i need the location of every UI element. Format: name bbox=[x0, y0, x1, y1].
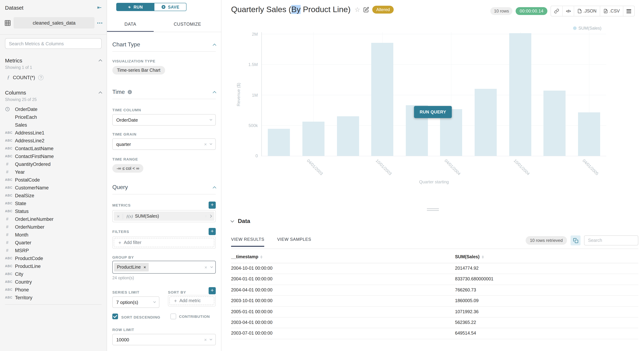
export-csv-button[interactable]: .CSV bbox=[600, 6, 623, 16]
column-item-postalcode[interactable]: ABCPostalCode bbox=[5, 176, 102, 184]
visualization-type-value[interactable]: Time-series Bar Chart bbox=[112, 66, 165, 74]
tab-customize[interactable]: CUSTOMIZE bbox=[154, 19, 221, 32]
chart-menu-button[interactable] bbox=[623, 6, 634, 16]
column-item-customername[interactable]: ABCCustomerName bbox=[5, 184, 102, 192]
dataset-more-menu[interactable]: ••• bbox=[97, 21, 103, 25]
table-row[interactable]: 2004-01-01 00:00:00833730.680000001 bbox=[231, 274, 638, 285]
series-limit-select[interactable]: 7 option(s) bbox=[112, 296, 160, 308]
add-sort-metric-button[interactable]: + bbox=[208, 287, 216, 294]
column-item-country[interactable]: ABCCountry bbox=[5, 278, 102, 286]
add-metric-button[interactable]: + bbox=[208, 202, 216, 209]
time-column-select[interactable]: OrderDate bbox=[112, 114, 216, 126]
collapse-sidebar-icon[interactable]: ⇤ bbox=[97, 4, 102, 11]
column-item-msrp[interactable]: #MSRP bbox=[5, 246, 102, 254]
column-item-orderdate[interactable]: OrderDate bbox=[5, 105, 102, 113]
time-grain-select[interactable]: quarter × bbox=[112, 138, 216, 150]
metric-item[interactable]: ƒ COUNT(*) ? bbox=[7, 74, 102, 80]
column-item-dealsize[interactable]: ABCDealSize bbox=[5, 192, 102, 200]
column-item-city[interactable]: ABCCity bbox=[5, 270, 102, 278]
table-row[interactable]: 2004-04-01 00:00:00766260.73 bbox=[231, 285, 638, 296]
clear-icon[interactable]: × bbox=[204, 337, 207, 342]
tab-view-samples[interactable]: VIEW SAMPLES bbox=[277, 237, 311, 247]
column-item-phone[interactable]: ABCPhone bbox=[5, 286, 102, 294]
chevron-up-icon[interactable] bbox=[213, 186, 216, 190]
add-filter-dropzone[interactable]: + Add filter bbox=[114, 238, 214, 247]
row-limit-select[interactable]: 10000 × bbox=[112, 334, 216, 345]
remove-metric-icon[interactable]: × bbox=[114, 214, 123, 219]
column-item-priceeach[interactable]: PriceEach bbox=[5, 113, 102, 121]
bar-2004-10-01[interactable] bbox=[509, 33, 531, 156]
copy-link-button[interactable] bbox=[551, 6, 563, 16]
column-item-territory[interactable]: ABCTerritory bbox=[5, 294, 102, 302]
table-row[interactable]: 2003-10-01 00:00:001860005.09 bbox=[231, 296, 638, 306]
add-filter-button[interactable]: + bbox=[208, 228, 216, 235]
column-item-productline[interactable]: ABCProductLine bbox=[5, 262, 102, 270]
add-sort-metric-dropzone[interactable]: + Add metric bbox=[170, 296, 214, 305]
time-range-value[interactable]: -∞ ≤ col < ∞ bbox=[112, 164, 144, 173]
checkbox-unchecked-icon[interactable] bbox=[170, 314, 176, 319]
table-row[interactable]: 2005-01-01 00:00:001071992.36 bbox=[231, 306, 638, 318]
group-by-select[interactable]: ProductLine × × bbox=[112, 261, 216, 274]
column-item-orderlinenumber[interactable]: #OrderLineNumber bbox=[5, 215, 102, 223]
clear-icon[interactable]: × bbox=[204, 265, 207, 270]
metric-pill[interactable]: × ƒ(x) SUM(Sales) bbox=[114, 212, 214, 221]
edit-title-icon[interactable] bbox=[364, 7, 369, 12]
table-row[interactable]: 2004-10-01 00:00:002014774.92 bbox=[231, 263, 638, 274]
column-item-ordernumber[interactable]: #OrderNumber bbox=[5, 223, 102, 231]
chevron-right-icon[interactable] bbox=[206, 215, 214, 217]
column-item-sales[interactable]: Sales bbox=[5, 121, 102, 129]
contribution-checkbox[interactable]: CONTRIBUTION bbox=[170, 314, 216, 320]
column-item-state[interactable]: ABCState bbox=[5, 200, 102, 207]
sort-descending-checkbox[interactable]: SORT DESCENDING bbox=[112, 314, 170, 320]
tab-view-results[interactable]: VIEW RESULTS bbox=[231, 237, 264, 247]
column-item-contactfirstname[interactable]: ABCContactFirstName bbox=[5, 152, 102, 160]
bar-2003-07-01[interactable] bbox=[337, 116, 359, 156]
chevron-up-icon[interactable] bbox=[213, 91, 216, 94]
copy-data-button[interactable] bbox=[570, 236, 580, 246]
run-button[interactable]: RUN bbox=[116, 3, 154, 11]
sort-icon[interactable] bbox=[260, 255, 263, 258]
chevron-up-icon[interactable] bbox=[98, 60, 102, 63]
column-header-timestamp[interactable]: __timestamp bbox=[231, 254, 263, 259]
column-item-addressline1[interactable]: ABCAddressLine1 bbox=[5, 129, 102, 136]
table-row[interactable]: 2003-07-01 00:00:00649514.54 bbox=[231, 328, 638, 339]
bar-2003-04-01[interactable] bbox=[302, 122, 324, 156]
bar-2003-01-01[interactable] bbox=[268, 129, 290, 156]
column-item-contactlastname[interactable]: ABCContactLastName bbox=[5, 144, 102, 152]
embed-code-button[interactable]: </> bbox=[563, 6, 574, 16]
panel-resize-handle[interactable] bbox=[427, 208, 439, 212]
dataset-name[interactable]: cleaned_sales_data bbox=[14, 17, 95, 28]
page-title[interactable]: Quarterly Sales (By Product Line) bbox=[231, 5, 350, 14]
altered-badge[interactable]: Altered bbox=[372, 6, 394, 14]
save-button[interactable]: SAVE bbox=[154, 3, 186, 11]
bar-chart-plot[interactable] bbox=[262, 32, 606, 156]
column-item-addressline2[interactable]: ABCAddressLine2 bbox=[5, 136, 102, 144]
chart-legend[interactable]: SUM(Sales) bbox=[573, 26, 602, 31]
data-search-input[interactable] bbox=[584, 236, 638, 246]
bar-2003-10-01[interactable] bbox=[371, 43, 393, 156]
clear-icon[interactable]: × bbox=[204, 142, 207, 146]
sort-icon[interactable] bbox=[482, 255, 484, 258]
favorite-star-icon[interactable]: ☆ bbox=[354, 6, 360, 14]
search-metrics-columns-input[interactable] bbox=[5, 38, 102, 49]
bar-2005-01-01[interactable] bbox=[544, 90, 566, 156]
column-header-sum-sales[interactable]: SUM(Sales) bbox=[455, 254, 484, 259]
help-icon[interactable]: ? bbox=[38, 75, 44, 80]
column-item-quarter[interactable]: #Quarter bbox=[5, 239, 102, 246]
checkbox-checked-icon[interactable] bbox=[112, 314, 118, 319]
export-json-button[interactable]: .JSON bbox=[574, 6, 600, 16]
run-query-button[interactable]: RUN QUERY bbox=[414, 106, 452, 118]
bar-2005-04-01[interactable] bbox=[578, 112, 600, 156]
column-item-productcode[interactable]: ABCProductCode bbox=[5, 254, 102, 262]
chevron-down-icon[interactable] bbox=[230, 219, 234, 222]
remove-tag-icon[interactable]: × bbox=[144, 265, 146, 269]
column-item-month[interactable]: #Month bbox=[5, 231, 102, 239]
chevron-up-icon[interactable] bbox=[98, 92, 102, 95]
column-item-status[interactable]: ABCStatus bbox=[5, 207, 102, 215]
group-by-tag[interactable]: ProductLine × bbox=[114, 263, 149, 272]
column-item-quantityordered[interactable]: #QuantityOrdered bbox=[5, 160, 102, 168]
column-item-year[interactable]: #Year bbox=[5, 168, 102, 176]
chevron-up-icon[interactable] bbox=[213, 44, 216, 47]
table-row[interactable]: 2003-04-01 00:00:00562365.22 bbox=[231, 318, 638, 328]
bar-2004-07-01[interactable] bbox=[474, 89, 497, 156]
